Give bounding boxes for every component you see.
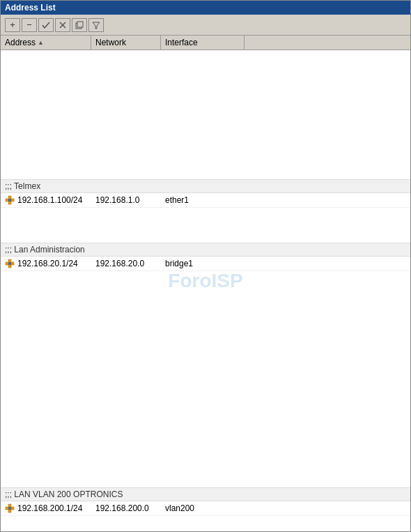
table-row[interactable]: 192.168.200.1/24 192.168.200.0 vlan200 [1, 501, 410, 516]
window-title: Address List [5, 3, 56, 13]
cell-network-1: 192.168.1.0 [91, 194, 161, 206]
title-bar: Address List [1, 1, 410, 15]
svg-point-19 [8, 507, 11, 510]
filter-button[interactable] [88, 18, 104, 32]
empty-mid-area-2: ForoISP [1, 271, 410, 487]
toolbar: + − [1, 15, 410, 36]
entry-icon [5, 259, 15, 268]
svg-marker-4 [93, 22, 100, 29]
col-header-address: Address ▲ [1, 36, 91, 50]
watermark: ForoISP [168, 270, 242, 292]
table-row[interactable]: 192.168.1.100/24 192.168.1.0 ether1 [1, 193, 410, 208]
section-header-lan-admin: ;;; Lan Administracion [1, 243, 410, 257]
add-button[interactable]: + [5, 18, 20, 32]
table-row[interactable]: 192.168.20.1/24 192.168.20.0 bridge1 [1, 257, 410, 271]
address-list-window: Address List + − Address ▲ Network Inter [0, 0, 411, 532]
copy-button[interactable] [72, 18, 87, 32]
empty-top-area [1, 50, 410, 179]
cell-network-3: 192.168.200.0 [91, 502, 161, 515]
cross-button[interactable] [55, 18, 70, 32]
svg-rect-3 [77, 22, 83, 27]
table-header: Address ▲ Network Interface [1, 36, 410, 50]
cell-interface-3: vlan200 [161, 502, 245, 515]
col-header-network: Network [91, 36, 161, 50]
section-header-lan-vlan: ;;; LAN VLAN 200 OPTRONICS [1, 487, 410, 501]
remove-button[interactable]: − [22, 18, 37, 32]
entry-icon [5, 503, 15, 513]
cell-interface-2: bridge1 [161, 257, 245, 270]
svg-point-9 [8, 199, 11, 202]
content-area: Address ▲ Network Interface ;;; Telmex [1, 36, 410, 531]
cell-interface-1: ether1 [161, 194, 245, 206]
svg-point-14 [8, 262, 11, 265]
cell-address-2: 192.168.20.1/24 [1, 257, 91, 270]
sort-arrow-icon: ▲ [38, 39, 44, 46]
cell-network-2: 192.168.20.0 [91, 257, 161, 270]
check-button[interactable] [38, 18, 54, 32]
empty-mid-area-1 [1, 208, 410, 243]
cell-address-3: 192.168.200.1/24 [1, 502, 91, 515]
section-header-telmex: ;;; Telmex [1, 179, 410, 193]
cell-address-1: 192.168.1.100/24 [1, 194, 91, 206]
entry-icon [5, 195, 15, 205]
col-header-interface: Interface [161, 36, 245, 50]
